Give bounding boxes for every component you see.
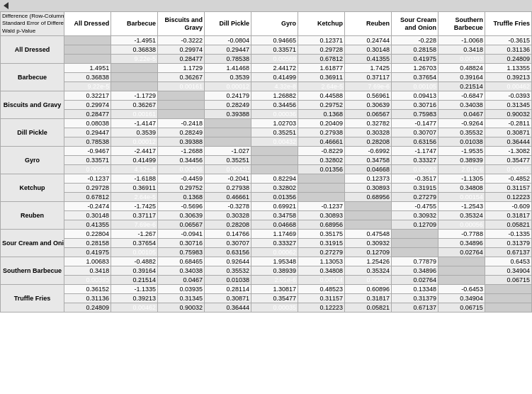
table-cell: 0.34456 [158,156,205,165]
table-cell: -1.1729 [111,91,158,101]
table-cell: 0.36444 [205,303,251,313]
table-cell: 0.3418 [64,266,111,276]
table-cell: -0.2041 [205,174,251,184]
table-cell: 1.7425 [344,64,391,73]
table-cell: 0.34896 [391,266,438,276]
table-cell: -1.3082 [485,147,531,156]
table-cell: 0.00036 [158,165,205,174]
table-cell: 0.30328 [344,128,391,137]
table-cell: 0.41499 [251,73,298,82]
table-cell: 0.30871 [205,294,251,303]
table-cell: -0.0804 [205,36,251,45]
table-cell: 0.29447 [64,128,111,137]
table-cell: 0.03935 [158,285,205,294]
table-cell: 0.30893 [344,184,391,193]
table-cell: -0.3278 [205,202,251,211]
table-cell: 0.28477 [64,110,111,119]
table-cell: 0.31915 [298,239,345,248]
table-cell: 0.46661 [205,193,251,202]
table-cell: -0.5696 [158,202,205,211]
row-label: Ketchup [1,174,64,202]
table-cell: 0.12709 [344,248,391,257]
table-cell: 0.39213 [111,294,158,303]
table-cell: 0.48824 [438,64,485,73]
table-cell [391,230,438,239]
table-cell: 0.28158 [64,239,111,248]
table-cell: 0.35251 [251,128,298,137]
table-cell: 0.30707 [391,128,438,137]
table-cell: -0.7788 [438,230,485,239]
table-cell [344,202,391,211]
row-label: All Dressed [1,36,64,64]
table-cell: 0.34904 [438,294,485,303]
table-cell: 0.00393 [64,276,111,285]
table-cell: 0.31915 [391,184,438,193]
table-cell: 1.13053 [298,257,345,266]
table-cell: 0.30716 [158,239,205,248]
table-cell: 0.34808 [438,184,485,193]
table-cell: 0.60896 [344,285,391,294]
table-cell: 0.33327 [391,156,438,165]
table-cell: 0.06715 [438,303,485,313]
table-cell: 0.37654 [111,239,158,248]
table-cell [438,257,485,266]
table-cell: 0.37117 [111,211,158,220]
table-cell: 0.1368 [298,110,345,119]
table-cell: 0.30716 [391,101,438,110]
table-cell: 0.08038 [64,119,111,128]
table-cell: 0.29752 [298,101,345,110]
table-cell: 0.78538 [205,55,251,64]
table-cell: -1.267 [111,230,158,239]
table-cell: 0.3539 [111,128,158,137]
table-cell: 0.35324 [344,266,391,276]
table-cell [158,91,205,101]
table-cell: -0.9264 [438,119,485,128]
table-cell: 0.30148 [344,45,391,55]
table-cell: 0.3418 [438,45,485,55]
table-cell: 0.00161 [111,110,158,119]
table-cell [251,165,298,174]
table-cell: 0.39213 [485,73,531,82]
table-cell: 0.39164 [438,73,485,82]
table-cell: 0.34038 [158,266,205,276]
table-cell: -1.1747 [391,147,438,156]
table-cell: 0.24179 [205,91,251,101]
table-cell: 0.00036 [251,110,298,119]
table-cell: 0.33571 [64,156,111,165]
table-cell [111,64,158,73]
table-cell: 0.63156 [205,248,251,257]
table-cell [111,82,158,91]
table-cell: -1.4147 [111,119,158,128]
table-cell: 1.17469 [251,230,298,239]
table-cell: 0.28249 [158,128,205,137]
table-cell: 0.77879 [391,257,438,266]
table-cell: 0.00569 [64,165,111,174]
table-cell: 0.67137 [391,303,438,313]
table-cell: 0.06567 [158,220,205,230]
table-cell: 0.31157 [298,294,345,303]
table-cell: 0.34904 [485,266,531,276]
collapse-icon[interactable] [4,2,9,9]
table-cell [438,276,485,285]
table-cell: 0.38939 [251,266,298,276]
table-cell: 0.0467 [438,110,485,119]
table-cell: 0.36911 [298,73,345,82]
table-cell: 0.29728 [64,184,111,193]
table-cell: 0.67812 [64,193,111,202]
table-cell: -1.1335 [111,285,158,294]
table-cell: 0.28158 [391,45,438,55]
table-cell: 1.61877 [298,64,345,73]
table-cell [251,147,298,156]
table-cell: 0.34038 [438,101,485,110]
table-cell: 0.33571 [251,45,298,55]
table-cell [391,248,438,257]
table-cell: 0.46661 [298,137,345,147]
row-label: Sour Cream and Onion [1,230,64,257]
table-cell [158,110,205,119]
table-cell: 0.39388 [205,110,251,119]
table-cell: 0.00393 [438,55,485,64]
table-cell: 0.00569 [251,55,298,64]
table-cell: 2.01e-6 [438,165,485,174]
table-cell: 0.00035 [251,303,298,313]
table-cell: 0.30328 [205,211,251,220]
